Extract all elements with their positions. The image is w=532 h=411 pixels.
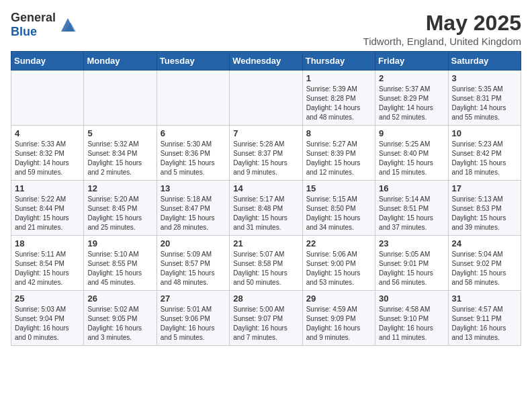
day-info: Sunrise: 5:10 AM Sunset: 8:55 PM Dayligh…	[87, 250, 152, 287]
weekday-header-thursday: Thursday	[302, 52, 375, 71]
day-info: Sunrise: 5:09 AM Sunset: 8:57 PM Dayligh…	[161, 250, 226, 287]
day-number: 15	[306, 183, 371, 193]
day-info: Sunrise: 5:23 AM Sunset: 8:42 PM Dayligh…	[452, 140, 517, 177]
calendar-day-3: 3Sunrise: 5:35 AM Sunset: 8:31 PM Daylig…	[448, 71, 521, 126]
day-number: 20	[161, 238, 226, 248]
calendar-day-8: 8Sunrise: 5:27 AM Sunset: 8:39 PM Daylig…	[302, 126, 375, 181]
month-year-title: May 2025	[363, 11, 521, 36]
calendar-week-row: 25Sunrise: 5:03 AM Sunset: 9:04 PM Dayli…	[11, 291, 521, 346]
calendar-empty-cell	[230, 71, 302, 126]
calendar-day-29: 29Sunrise: 4:59 AM Sunset: 9:09 PM Dayli…	[302, 291, 375, 346]
calendar-day-24: 24Sunrise: 5:04 AM Sunset: 9:02 PM Dayli…	[448, 236, 521, 291]
calendar-day-21: 21Sunrise: 5:07 AM Sunset: 8:58 PM Dayli…	[230, 236, 302, 291]
calendar-day-4: 4Sunrise: 5:33 AM Sunset: 8:32 PM Daylig…	[11, 126, 84, 181]
calendar-empty-cell	[157, 71, 229, 126]
calendar-day-13: 13Sunrise: 5:18 AM Sunset: 8:47 PM Dayli…	[157, 181, 229, 236]
calendar-day-11: 11Sunrise: 5:22 AM Sunset: 8:44 PM Dayli…	[11, 181, 84, 236]
calendar-day-28: 28Sunrise: 5:00 AM Sunset: 9:07 PM Dayli…	[230, 291, 302, 346]
logo-general: General	[11, 11, 56, 24]
weekday-header-sunday: Sunday	[11, 52, 84, 71]
day-info: Sunrise: 5:37 AM Sunset: 8:29 PM Dayligh…	[379, 85, 444, 122]
day-info: Sunrise: 5:03 AM Sunset: 9:04 PM Dayligh…	[15, 305, 80, 342]
weekday-header-wednesday: Wednesday	[230, 52, 302, 71]
day-number: 14	[233, 183, 298, 193]
day-number: 24	[452, 238, 517, 248]
logo: General Blue	[11, 11, 77, 39]
day-info: Sunrise: 4:59 AM Sunset: 9:09 PM Dayligh…	[306, 305, 371, 342]
calendar-day-18: 18Sunrise: 5:11 AM Sunset: 8:54 PM Dayli…	[11, 236, 84, 291]
logo-blue: Blue	[11, 25, 37, 38]
calendar-day-1: 1Sunrise: 5:39 AM Sunset: 8:28 PM Daylig…	[302, 71, 375, 126]
day-number: 30	[379, 293, 444, 304]
calendar-week-row: 1Sunrise: 5:39 AM Sunset: 8:28 PM Daylig…	[11, 71, 521, 126]
day-number: 31	[452, 293, 517, 304]
calendar-day-7: 7Sunrise: 5:28 AM Sunset: 8:37 PM Daylig…	[230, 126, 302, 181]
day-number: 26	[87, 293, 152, 304]
calendar-week-row: 11Sunrise: 5:22 AM Sunset: 8:44 PM Dayli…	[11, 181, 521, 236]
day-number: 1	[306, 73, 371, 83]
location-subtitle: Tidworth, England, United Kingdom	[363, 36, 521, 47]
calendar-day-22: 22Sunrise: 5:06 AM Sunset: 9:00 PM Dayli…	[302, 236, 375, 291]
day-number: 13	[161, 183, 226, 193]
day-info: Sunrise: 5:28 AM Sunset: 8:37 PM Dayligh…	[233, 140, 298, 177]
day-number: 19	[87, 238, 152, 248]
day-number: 10	[452, 128, 517, 138]
calendar-day-25: 25Sunrise: 5:03 AM Sunset: 9:04 PM Dayli…	[11, 291, 84, 346]
day-number: 6	[161, 128, 226, 138]
day-info: Sunrise: 5:27 AM Sunset: 8:39 PM Dayligh…	[306, 140, 371, 177]
calendar-day-14: 14Sunrise: 5:17 AM Sunset: 8:48 PM Dayli…	[230, 181, 302, 236]
day-number: 12	[87, 183, 152, 193]
day-number: 2	[379, 73, 444, 83]
day-info: Sunrise: 5:33 AM Sunset: 8:32 PM Dayligh…	[15, 140, 80, 177]
calendar-day-2: 2Sunrise: 5:37 AM Sunset: 8:29 PM Daylig…	[375, 71, 448, 126]
day-number: 25	[15, 293, 80, 304]
day-info: Sunrise: 5:06 AM Sunset: 9:00 PM Dayligh…	[306, 250, 371, 287]
day-info: Sunrise: 5:18 AM Sunset: 8:47 PM Dayligh…	[161, 195, 226, 232]
day-info: Sunrise: 5:39 AM Sunset: 8:28 PM Dayligh…	[306, 85, 371, 122]
weekday-header-monday: Monday	[84, 52, 157, 71]
calendar-day-23: 23Sunrise: 5:05 AM Sunset: 9:01 PM Dayli…	[375, 236, 448, 291]
calendar-day-16: 16Sunrise: 5:14 AM Sunset: 8:51 PM Dayli…	[375, 181, 448, 236]
calendar-day-15: 15Sunrise: 5:15 AM Sunset: 8:50 PM Dayli…	[302, 181, 375, 236]
day-number: 8	[306, 128, 371, 138]
calendar-day-31: 31Sunrise: 4:57 AM Sunset: 9:11 PM Dayli…	[448, 291, 521, 346]
day-number: 11	[15, 183, 80, 193]
calendar-week-row: 18Sunrise: 5:11 AM Sunset: 8:54 PM Dayli…	[11, 236, 521, 291]
calendar-day-27: 27Sunrise: 5:01 AM Sunset: 9:06 PM Dayli…	[157, 291, 229, 346]
day-info: Sunrise: 5:25 AM Sunset: 8:40 PM Dayligh…	[379, 140, 444, 177]
weekday-header-friday: Friday	[375, 52, 448, 71]
day-info: Sunrise: 4:57 AM Sunset: 9:11 PM Dayligh…	[452, 305, 517, 342]
calendar-empty-cell	[84, 71, 157, 126]
weekday-header-saturday: Saturday	[448, 52, 521, 71]
day-info: Sunrise: 5:22 AM Sunset: 8:44 PM Dayligh…	[15, 195, 80, 232]
logo-icon	[58, 15, 77, 34]
day-info: Sunrise: 5:13 AM Sunset: 8:53 PM Dayligh…	[452, 195, 517, 232]
day-number: 21	[233, 238, 298, 248]
day-number: 16	[379, 183, 444, 193]
day-number: 23	[379, 238, 444, 248]
calendar-day-19: 19Sunrise: 5:10 AM Sunset: 8:55 PM Dayli…	[84, 236, 157, 291]
day-info: Sunrise: 5:02 AM Sunset: 9:05 PM Dayligh…	[87, 305, 152, 342]
calendar-day-20: 20Sunrise: 5:09 AM Sunset: 8:57 PM Dayli…	[157, 236, 229, 291]
weekday-header-tuesday: Tuesday	[157, 52, 229, 71]
day-info: Sunrise: 5:11 AM Sunset: 8:54 PM Dayligh…	[15, 250, 80, 287]
day-number: 18	[15, 238, 80, 248]
day-info: Sunrise: 5:00 AM Sunset: 9:07 PM Dayligh…	[233, 305, 298, 342]
calendar-day-5: 5Sunrise: 5:32 AM Sunset: 8:34 PM Daylig…	[84, 126, 157, 181]
day-info: Sunrise: 5:35 AM Sunset: 8:31 PM Dayligh…	[452, 85, 517, 122]
day-number: 22	[306, 238, 371, 248]
day-number: 5	[87, 128, 152, 138]
day-info: Sunrise: 5:14 AM Sunset: 8:51 PM Dayligh…	[379, 195, 444, 232]
day-number: 17	[452, 183, 517, 193]
day-number: 3	[452, 73, 517, 83]
day-number: 4	[15, 128, 80, 138]
calendar-day-12: 12Sunrise: 5:20 AM Sunset: 8:45 PM Dayli…	[84, 181, 157, 236]
day-number: 7	[233, 128, 298, 138]
day-info: Sunrise: 5:04 AM Sunset: 9:02 PM Dayligh…	[452, 250, 517, 287]
calendar-empty-cell	[11, 71, 84, 126]
calendar-day-6: 6Sunrise: 5:30 AM Sunset: 8:36 PM Daylig…	[157, 126, 229, 181]
calendar-day-9: 9Sunrise: 5:25 AM Sunset: 8:40 PM Daylig…	[375, 126, 448, 181]
weekday-header-row: SundayMondayTuesdayWednesdayThursdayFrid…	[11, 52, 521, 71]
day-number: 29	[306, 293, 371, 304]
title-block: May 2025 Tidworth, England, United Kingd…	[363, 11, 521, 47]
